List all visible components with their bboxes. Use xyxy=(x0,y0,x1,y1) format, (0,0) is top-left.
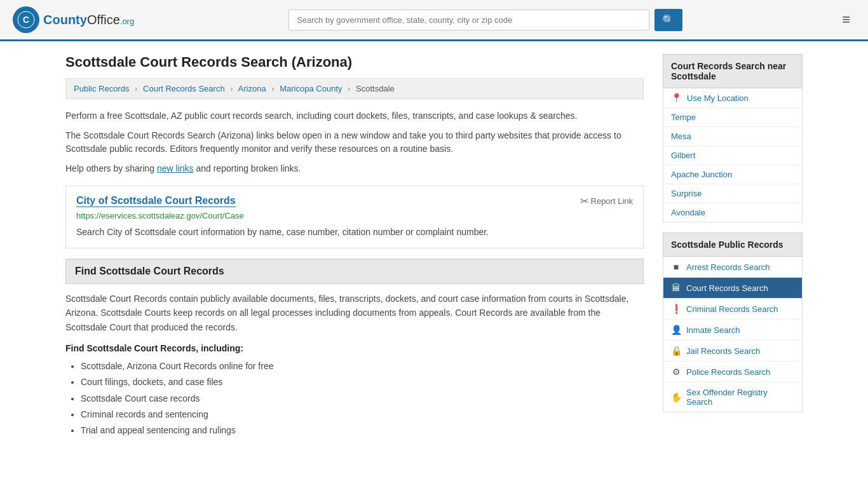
use-my-location-link[interactable]: 📍 Use My Location xyxy=(663,88,802,108)
public-records-item[interactable]: ❗Criminal Records Search xyxy=(663,299,802,320)
search-input[interactable] xyxy=(288,10,649,30)
pr-icon: ⚙ xyxy=(671,367,681,377)
nearby-location-link[interactable]: Avondale xyxy=(663,203,802,222)
pr-icon: ❗ xyxy=(671,304,681,314)
public-records-item[interactable]: 🏛Court Records Search xyxy=(663,278,802,299)
nearby-location-link[interactable]: Gilbert xyxy=(663,146,802,165)
public-records-title: Scottsdale Public Records xyxy=(663,233,803,257)
intro-paragraph-2: The Scottsdale Court Records Search (Ari… xyxy=(65,129,644,156)
public-records-section: Scottsdale Public Records ■Arrest Record… xyxy=(663,233,803,412)
intro-paragraph-1: Perform a free Scottsdale, AZ public cou… xyxy=(65,109,644,123)
find-records-description: Scottsdale Court Records contain publicl… xyxy=(65,292,644,334)
nearby-location-link[interactable]: Tempe xyxy=(663,108,802,127)
find-records-list: Scottsdale, Arizona Court Records online… xyxy=(65,358,644,438)
public-records-list: ■Arrest Records Search🏛Court Records Sea… xyxy=(663,257,803,412)
nearby-location-link[interactable]: Surprise xyxy=(663,184,802,203)
nearby-location-link[interactable]: Mesa xyxy=(663,127,802,146)
hamburger-icon: ≡ xyxy=(842,11,850,27)
pr-label: Sex Offender Registry Search xyxy=(686,388,794,407)
location-icon: 📍 xyxy=(671,93,682,103)
new-links-link[interactable]: new links xyxy=(157,163,194,173)
record-url: https://eservices.scottsdaleaz.gov/Court… xyxy=(76,211,633,220)
pr-label: Arrest Records Search xyxy=(686,262,770,272)
find-records-header: Find Scottsdale Court Records xyxy=(65,259,644,284)
site-header: C CountyOffice.org 🔍 ≡ xyxy=(0,0,868,41)
breadcrumb-link-public-records[interactable]: Public Records xyxy=(74,84,129,93)
list-item: Trial and appeal sentencing and rulings xyxy=(81,423,644,438)
nearby-title: Court Records Search near Scottsdale xyxy=(663,54,803,88)
logo-text: CountyOffice.org xyxy=(43,13,134,27)
breadcrumb: Public Records › Court Records Search › … xyxy=(65,78,644,99)
pr-label: Inmate Search xyxy=(686,325,740,335)
list-item: Scottsdale Court case records xyxy=(81,391,644,407)
intro-paragraph-3: Help others by sharing new links and rep… xyxy=(65,162,644,175)
breadcrumb-link-maricopa[interactable]: Maricopa County xyxy=(280,84,342,93)
record-description: Search City of Scottsdale court informat… xyxy=(76,226,633,239)
search-area: 🔍 xyxy=(288,9,682,31)
pr-label: Jail Records Search xyxy=(686,346,760,356)
find-records-section: Find Scottsdale Court Records Scottsdale… xyxy=(65,259,644,438)
record-link-header: City of Scottsdale Court Records ✂ Repor… xyxy=(76,195,633,207)
list-item: Court filings, dockets, and case files xyxy=(81,374,644,390)
public-records-item[interactable]: ✋Sex Offender Registry Search xyxy=(663,383,802,412)
list-item: Criminal records and sentencing xyxy=(81,407,644,423)
pr-icon: ✋ xyxy=(671,392,681,402)
sidebar: Court Records Search near Scottsdale 📍 U… xyxy=(663,54,803,438)
public-records-item[interactable]: 🔒Jail Records Search xyxy=(663,341,802,362)
nearby-locations-list: TempeMesaGilbertApache JunctionSurpriseA… xyxy=(663,108,802,222)
nearby-location-link[interactable]: Apache Junction xyxy=(663,165,802,184)
public-records-item[interactable]: ■Arrest Records Search xyxy=(663,257,802,278)
page-title: Scottsdale Court Records Search (Arizona… xyxy=(65,54,644,71)
pr-label: Court Records Search xyxy=(686,283,768,293)
search-button[interactable]: 🔍 xyxy=(654,9,682,31)
public-records-item[interactable]: 👤Inmate Search xyxy=(663,320,802,341)
logo-icon: C xyxy=(13,6,39,33)
breadcrumb-link-arizona[interactable]: Arizona xyxy=(238,84,266,93)
list-item: Scottsdale, Arizona Court Records online… xyxy=(81,358,644,374)
pr-icon: 🔒 xyxy=(671,346,681,356)
record-link-section: City of Scottsdale Court Records ✂ Repor… xyxy=(65,186,644,248)
report-link-button[interactable]: ✂ Report Link xyxy=(580,195,633,207)
pr-icon: ■ xyxy=(671,262,681,272)
breadcrumb-current: Scottsdale xyxy=(356,84,395,93)
pr-label: Police Records Search xyxy=(686,367,770,377)
public-records-item[interactable]: ⚙Police Records Search xyxy=(663,362,802,383)
main-wrapper: Scottsdale Court Records Search (Arizona… xyxy=(53,41,815,451)
svg-text:C: C xyxy=(23,15,29,25)
nearby-section: Court Records Search near Scottsdale 📍 U… xyxy=(663,54,803,222)
pr-label: Criminal Records Search xyxy=(686,304,778,314)
search-icon: 🔍 xyxy=(662,15,675,25)
city-court-records-link[interactable]: City of Scottsdale Court Records xyxy=(76,195,236,207)
report-icon: ✂ xyxy=(580,195,588,207)
logo-area: C CountyOffice.org xyxy=(13,6,134,33)
pr-icon: 🏛 xyxy=(671,283,681,293)
menu-button[interactable]: ≡ xyxy=(837,9,855,30)
pr-icon: 👤 xyxy=(671,325,681,335)
breadcrumb-link-court-records[interactable]: Court Records Search xyxy=(143,84,225,93)
nearby-list: 📍 Use My Location TempeMesaGilbertApache… xyxy=(663,88,803,222)
main-content: Scottsdale Court Records Search (Arizona… xyxy=(65,54,644,438)
find-records-subheading: Find Scottsdale Court Records, including… xyxy=(65,343,644,353)
